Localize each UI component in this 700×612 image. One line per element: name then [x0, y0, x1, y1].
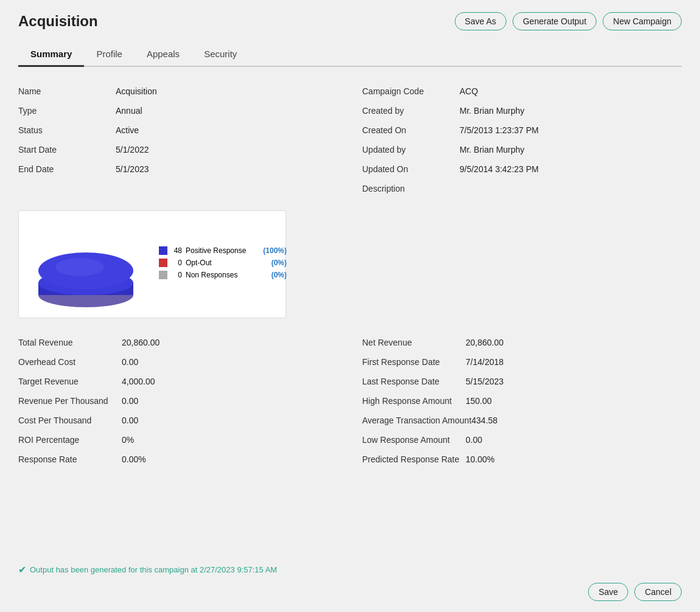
response-rate-row: Response Rate 0.00% [18, 450, 338, 469]
campaign-code-value: ACQ [460, 86, 478, 96]
tab-appeals[interactable]: Appeals [135, 43, 192, 67]
status-row: Status Active [18, 120, 338, 140]
created-by-label: Created by [362, 106, 460, 116]
high-response-amount-label: High Response Amount [362, 396, 466, 406]
legend-color-nonresponse [159, 271, 167, 279]
updated-by-value: Mr. Brian Murphy [460, 145, 525, 155]
last-response-date-value: 5/15/2023 [466, 377, 503, 386]
roi-percentage-value: 0% [122, 435, 134, 445]
positive-label: Positive Response [186, 246, 259, 255]
net-revenue-value: 20,860.00 [466, 338, 503, 347]
summary-content: Name Acquisition Type Annual Status Acti… [18, 82, 682, 469]
updated-by-row: Updated by Mr. Brian Murphy [362, 140, 682, 159]
revenue-per-thousand-label: Revenue Per Thousand [18, 396, 122, 406]
revenue-per-thousand-value: 0.00 [122, 396, 138, 406]
predicted-response-rate-label: Predicted Response Rate [362, 454, 466, 464]
overhead-cost-label: Overhead Cost [18, 357, 122, 367]
save-as-button[interactable]: Save As [455, 12, 506, 30]
net-revenue-label: Net Revenue [362, 338, 466, 347]
legend-color-positive [159, 246, 167, 255]
type-row: Type Annual [18, 101, 338, 120]
cost-per-thousand-value: 0.00 [122, 416, 138, 425]
response-rate-label: Response Rate [18, 454, 122, 464]
end-date-label: End Date [18, 164, 116, 174]
description-label: Description [362, 184, 460, 193]
low-response-amount-label: Low Response Amount [362, 435, 466, 445]
chart-legend: 48 Positive Response (100%) 0 Opt-Out (0… [159, 246, 287, 283]
first-response-date-value: 7/14/2018 [466, 357, 503, 367]
response-rate-value: 0.00% [122, 454, 146, 464]
nonresponse-count: 0 [171, 271, 182, 279]
legend-optout: 0 Opt-Out (0%) [159, 259, 287, 267]
last-response-date-row: Last Response Date 5/15/2023 [362, 372, 682, 391]
created-by-value: Mr. Brian Murphy [460, 106, 525, 116]
campaign-code-row: Campaign Code ACQ [362, 82, 682, 101]
overhead-cost-value: 0.00 [122, 357, 138, 367]
start-date-row: Start Date 5/1/2022 [18, 140, 338, 159]
status-label: Status [18, 125, 116, 135]
cancel-button[interactable]: Cancel [634, 583, 682, 601]
pie-chart [25, 217, 147, 311]
cost-per-thousand-row: Cost Per Thousand 0.00 [18, 411, 338, 430]
low-response-amount-value: 0.00 [466, 435, 482, 445]
avg-transaction-amount-value: 434.58 [472, 416, 498, 425]
stats-grid: Total Revenue 20,860.00 Overhead Cost 0.… [18, 333, 682, 469]
legend-nonresponse: 0 Non Responses (0%) [159, 271, 287, 279]
new-campaign-button[interactable]: New Campaign [603, 12, 682, 30]
name-label: Name [18, 86, 116, 96]
updated-on-row: Updated On 9/5/2014 3:42:23 PM [362, 159, 682, 179]
tab-summary[interactable]: Summary [18, 43, 84, 67]
total-revenue-row: Total Revenue 20,860.00 [18, 333, 338, 352]
avg-transaction-amount-label: Average Transaction Amount [362, 416, 472, 425]
optout-count: 0 [171, 259, 182, 267]
created-on-row: Created On 7/5/2013 1:23:37 PM [362, 120, 682, 140]
total-revenue-label: Total Revenue [18, 338, 122, 347]
chart-container: 48 Positive Response (100%) 0 Opt-Out (0… [18, 210, 286, 318]
generate-output-button[interactable]: Generate Output [513, 12, 597, 30]
info-grid: Name Acquisition Type Annual Status Acti… [18, 82, 682, 198]
legend-color-optout [159, 259, 167, 267]
end-date-value: 5/1/2023 [116, 164, 149, 174]
nonresponse-pct: (0%) [262, 271, 287, 279]
avg-transaction-amount-row: Average Transaction Amount 434.58 [362, 411, 682, 430]
tabs: Summary Profile Appeals Security [18, 43, 682, 67]
predicted-response-rate-row: Predicted Response Rate 10.00% [362, 450, 682, 469]
svg-point-4 [55, 258, 104, 276]
created-on-label: Created On [362, 125, 460, 135]
description-row: Description [362, 179, 682, 198]
positive-pct: (100%) [262, 246, 287, 255]
total-revenue-value: 20,860.00 [122, 338, 159, 347]
first-response-date-row: First Response Date 7/14/2018 [362, 352, 682, 372]
info-left: Name Acquisition Type Annual Status Acti… [18, 82, 338, 198]
start-date-value: 5/1/2022 [116, 145, 149, 155]
low-response-amount-row: Low Response Amount 0.00 [362, 430, 682, 450]
target-revenue-label: Target Revenue [18, 377, 122, 386]
overhead-cost-row: Overhead Cost 0.00 [18, 352, 338, 372]
check-icon: ✔ [18, 564, 26, 575]
start-date-label: Start Date [18, 145, 116, 155]
high-response-amount-row: High Response Amount 150.00 [362, 391, 682, 411]
stats-left: Total Revenue 20,860.00 Overhead Cost 0.… [18, 333, 338, 469]
save-button[interactable]: Save [588, 583, 628, 601]
type-value: Annual [116, 106, 142, 116]
info-right: Campaign Code ACQ Created by Mr. Brian M… [362, 82, 682, 198]
tab-profile[interactable]: Profile [84, 43, 135, 67]
predicted-response-rate-value: 10.00% [466, 454, 494, 464]
output-message-text: Output has been generated for this campa… [30, 565, 277, 574]
footer-buttons: Save Cancel [588, 583, 682, 601]
tab-security[interactable]: Security [192, 43, 249, 67]
optout-pct: (0%) [262, 259, 287, 267]
chart-section: 48 Positive Response (100%) 0 Opt-Out (0… [18, 210, 682, 318]
roi-percentage-row: ROI Percentage 0% [18, 430, 338, 450]
updated-by-label: Updated by [362, 145, 460, 155]
net-revenue-row: Net Revenue 20,860.00 [362, 333, 682, 352]
name-row: Name Acquisition [18, 82, 338, 101]
cost-per-thousand-label: Cost Per Thousand [18, 416, 122, 425]
created-by-row: Created by Mr. Brian Murphy [362, 101, 682, 120]
first-response-date-label: First Response Date [362, 357, 466, 367]
type-label: Type [18, 106, 116, 116]
nonresponse-label: Non Responses [186, 271, 259, 279]
created-on-value: 7/5/2013 1:23:37 PM [460, 125, 539, 135]
target-revenue-row: Target Revenue 4,000.00 [18, 372, 338, 391]
target-revenue-value: 4,000.00 [122, 377, 155, 386]
